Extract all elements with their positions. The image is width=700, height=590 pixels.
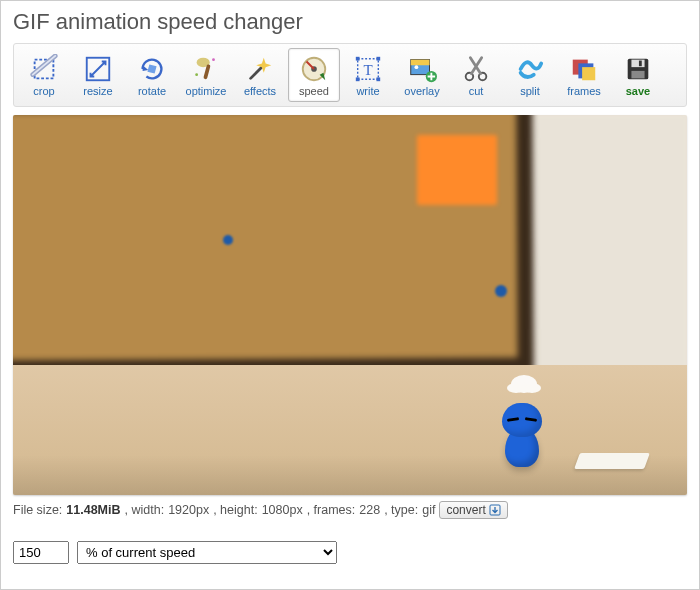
speed-unit-select[interactable]: % of current speed [77, 541, 337, 564]
speed-input[interactable] [13, 541, 69, 564]
tool-save-label: save [626, 85, 650, 97]
svg-rect-2 [147, 64, 156, 73]
tool-overlay-label: overlay [404, 85, 439, 97]
tool-rotate[interactable]: rotate [126, 48, 178, 102]
overlay-icon [407, 54, 437, 84]
svg-rect-16 [411, 60, 430, 66]
tool-write-label: write [356, 85, 379, 97]
convert-button-label: convert [446, 503, 485, 517]
tool-overlay[interactable]: overlay [396, 48, 448, 102]
effects-icon [245, 54, 275, 84]
tool-effects[interactable]: effects [234, 48, 286, 102]
svg-rect-10 [356, 57, 360, 61]
svg-point-17 [415, 65, 419, 69]
resize-icon [83, 54, 113, 84]
svg-rect-13 [376, 77, 380, 81]
convert-button[interactable]: convert [439, 501, 507, 519]
write-icon: T [353, 54, 383, 84]
tool-crop-label: crop [33, 85, 54, 97]
frames-icon [569, 54, 599, 84]
svg-rect-23 [582, 67, 595, 80]
page-title: GIF animation speed changer [13, 9, 687, 35]
tool-write[interactable]: T write [342, 48, 394, 102]
tool-optimize-label: optimize [186, 85, 227, 97]
file-height-value: 1080px [262, 503, 303, 517]
svg-rect-11 [376, 57, 380, 61]
tool-speed[interactable]: speed [288, 48, 340, 102]
tool-cut-label: cut [469, 85, 484, 97]
toolbar: crop resize rotate optimize effects spee… [13, 43, 687, 107]
tool-cut[interactable]: cut [450, 48, 502, 102]
svg-text:T: T [363, 62, 372, 78]
tool-save[interactable]: save [612, 48, 664, 102]
file-size-label: File size: [13, 503, 62, 517]
file-frames-label: , frames: [307, 503, 356, 517]
file-width-label: , width: [125, 503, 165, 517]
tool-resize[interactable]: resize [72, 48, 124, 102]
tool-effects-label: effects [244, 85, 276, 97]
tool-optimize[interactable]: optimize [180, 48, 232, 102]
cut-icon [461, 54, 491, 84]
save-icon [623, 54, 653, 84]
file-info: File size: 11.48MiB , width: 1920px , he… [13, 501, 687, 519]
tool-split[interactable]: split [504, 48, 556, 102]
tool-crop[interactable]: crop [18, 48, 70, 102]
tool-rotate-label: rotate [138, 85, 166, 97]
rotate-icon [137, 54, 167, 84]
file-frames-value: 228 [359, 503, 380, 517]
file-type-value: gif [422, 503, 435, 517]
download-icon [489, 504, 501, 516]
file-size-value: 11.48MiB [66, 503, 120, 517]
optimize-icon [191, 54, 221, 84]
tool-speed-label: speed [299, 85, 329, 97]
svg-point-5 [195, 73, 198, 76]
tool-frames-label: frames [567, 85, 601, 97]
file-width-value: 1920px [168, 503, 209, 517]
speed-controls: % of current speed [13, 541, 687, 564]
speed-icon [299, 54, 329, 84]
svg-rect-12 [356, 77, 360, 81]
svg-point-6 [212, 58, 215, 61]
svg-rect-25 [631, 60, 644, 68]
split-icon [515, 54, 545, 84]
file-height-label: , height: [213, 503, 257, 517]
tool-frames[interactable]: frames [558, 48, 610, 102]
crop-icon [29, 54, 59, 84]
tool-resize-label: resize [83, 85, 112, 97]
file-type-label: , type: [384, 503, 418, 517]
tool-split-label: split [520, 85, 540, 97]
svg-rect-26 [639, 61, 642, 67]
image-preview [13, 115, 687, 495]
svg-rect-27 [631, 71, 644, 79]
